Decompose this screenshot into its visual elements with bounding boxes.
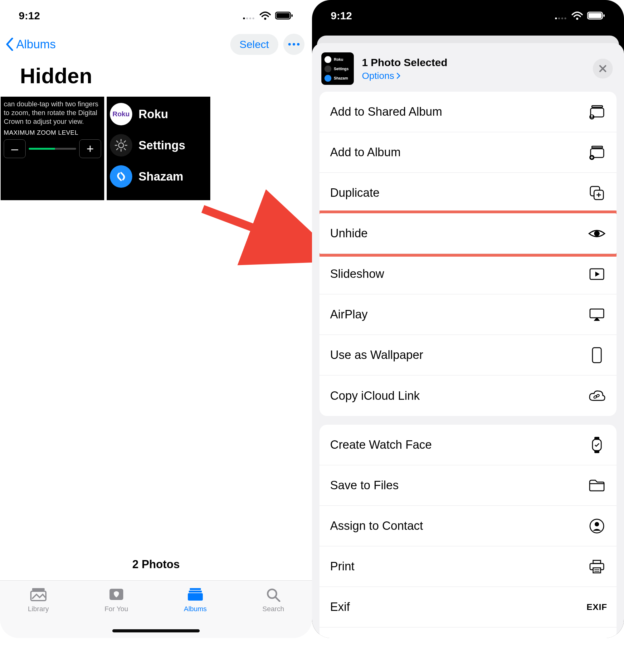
tab-label: For You xyxy=(105,605,128,613)
printer-icon xyxy=(588,558,606,576)
battery-icon xyxy=(275,11,293,20)
status-bar: 9:12 xyxy=(0,0,312,31)
page-title: Hidden xyxy=(0,58,312,97)
svg-point-40 xyxy=(591,115,593,117)
svg-point-8 xyxy=(288,43,291,46)
tab-label: Albums xyxy=(184,605,207,613)
options-button[interactable]: Options xyxy=(362,71,585,81)
album-icon xyxy=(588,143,606,162)
action-wallpaper[interactable]: Use as Wallpaper xyxy=(319,335,617,375)
photo-grid: can double-tap with two fingers to zoom,… xyxy=(0,97,312,200)
exif-icon: EXIF xyxy=(588,598,606,616)
svg-rect-60 xyxy=(593,568,601,573)
phone-icon xyxy=(588,346,606,364)
shared-album-icon xyxy=(588,103,606,121)
svg-line-19 xyxy=(116,148,118,150)
action-slideshow[interactable]: Slideshow xyxy=(319,254,617,294)
action-exif[interactable]: Exif EXIF xyxy=(319,587,617,627)
svg-point-4 xyxy=(264,18,266,20)
minus-icon: – xyxy=(4,139,26,158)
svg-line-17 xyxy=(124,148,126,150)
app-label: Roku xyxy=(138,108,168,121)
svg-point-33 xyxy=(576,18,578,20)
share-sheet: Roku Settings Shazam 1 Photo Selected Op… xyxy=(312,43,624,638)
cellular-icon xyxy=(243,11,255,20)
actions-group-2: Create Watch Face Save to Files Assign t… xyxy=(319,425,617,638)
thumb-caption: can double-tap with two fingers to zoom,… xyxy=(4,100,101,126)
plus-icon: + xyxy=(79,139,101,158)
contact-icon xyxy=(588,517,606,535)
status-time: 9:12 xyxy=(19,10,40,22)
svg-line-16 xyxy=(116,141,118,142)
svg-rect-36 xyxy=(603,14,605,17)
action-airplay[interactable]: AirPlay xyxy=(319,294,617,335)
watch-icon xyxy=(588,436,606,454)
action-add-shared-album[interactable]: Add to Shared Album xyxy=(319,92,617,132)
tab-search[interactable]: Search xyxy=(262,587,284,638)
action-unhide[interactable]: Unhide xyxy=(319,213,617,254)
folder-icon xyxy=(588,477,606,494)
status-bar: 9:12 xyxy=(312,0,624,31)
action-import-acrobat[interactable]: Import to Acrobat xyxy=(319,627,617,638)
sheet-title: 1 Photo Selected xyxy=(362,56,585,69)
svg-rect-48 xyxy=(590,309,604,318)
action-copy-icloud[interactable]: Copy iCloud Link xyxy=(319,375,617,416)
zoom-level-label: MAXIMUM ZOOM LEVEL xyxy=(4,129,101,136)
tab-bar: Library For You Albums Search xyxy=(0,580,312,638)
app-label: Settings xyxy=(138,139,185,152)
svg-rect-35 xyxy=(589,13,601,18)
phone-right-share-sheet: 9:12 Roku Settings Shazam 1 P xyxy=(312,0,624,638)
photo-thumb[interactable]: RokuRoku Settings Shazam xyxy=(107,97,210,200)
svg-point-29 xyxy=(555,18,557,19)
action-assign-contact[interactable]: Assign to Contact xyxy=(319,506,617,546)
battery-icon xyxy=(587,11,605,20)
action-print[interactable]: Print xyxy=(319,546,617,587)
selected-photo-thumb[interactable]: Roku Settings Shazam xyxy=(321,52,354,85)
back-button[interactable]: Albums xyxy=(5,38,56,51)
tab-label: Search xyxy=(262,605,284,613)
svg-point-32 xyxy=(565,18,566,19)
svg-point-0 xyxy=(243,18,245,19)
svg-point-9 xyxy=(293,43,295,46)
action-add-album[interactable]: Add to Album xyxy=(319,132,617,173)
svg-point-3 xyxy=(253,18,254,19)
tab-library[interactable]: Library xyxy=(28,587,49,638)
select-button[interactable]: Select xyxy=(230,34,279,55)
status-time: 9:12 xyxy=(331,10,352,22)
airplay-icon xyxy=(588,305,606,324)
svg-point-10 xyxy=(297,43,300,46)
photo-count: 2 Photos xyxy=(0,558,312,571)
wifi-icon xyxy=(571,11,583,20)
svg-rect-25 xyxy=(188,593,203,600)
svg-rect-49 xyxy=(593,348,601,362)
app-label: Shazam xyxy=(138,170,183,183)
svg-rect-37 xyxy=(592,106,602,107)
cloud-link-icon xyxy=(588,387,606,405)
slider-icon xyxy=(29,148,76,150)
svg-rect-20 xyxy=(32,588,45,591)
photo-thumb[interactable]: can double-tap with two fingers to zoom,… xyxy=(1,97,104,200)
sheet-header: Roku Settings Shazam 1 Photo Selected Op… xyxy=(319,43,617,92)
svg-rect-41 xyxy=(592,146,602,148)
svg-point-51 xyxy=(596,394,600,397)
action-save-files[interactable]: Save to Files xyxy=(319,465,617,506)
close-button[interactable] xyxy=(593,59,613,79)
action-watch-face[interactable]: Create Watch Face xyxy=(319,425,617,465)
tab-label: Library xyxy=(28,605,49,613)
svg-line-27 xyxy=(276,597,280,601)
cellular-icon xyxy=(555,11,567,20)
svg-point-31 xyxy=(561,18,563,19)
svg-rect-6 xyxy=(277,13,289,18)
play-icon xyxy=(588,265,606,283)
more-button[interactable] xyxy=(283,34,305,55)
svg-rect-23 xyxy=(190,588,201,590)
actions-group-1: Add to Shared Album Add to Album Duplica… xyxy=(319,92,617,416)
nav-bar: Albums Select xyxy=(0,31,312,58)
action-duplicate[interactable]: Duplicate xyxy=(319,173,617,213)
home-indicator[interactable] xyxy=(112,629,200,633)
svg-point-46 xyxy=(594,231,600,236)
roku-icon: Roku xyxy=(110,103,132,125)
svg-point-57 xyxy=(595,522,599,527)
shazam-icon xyxy=(110,165,132,188)
wifi-icon xyxy=(259,11,271,20)
